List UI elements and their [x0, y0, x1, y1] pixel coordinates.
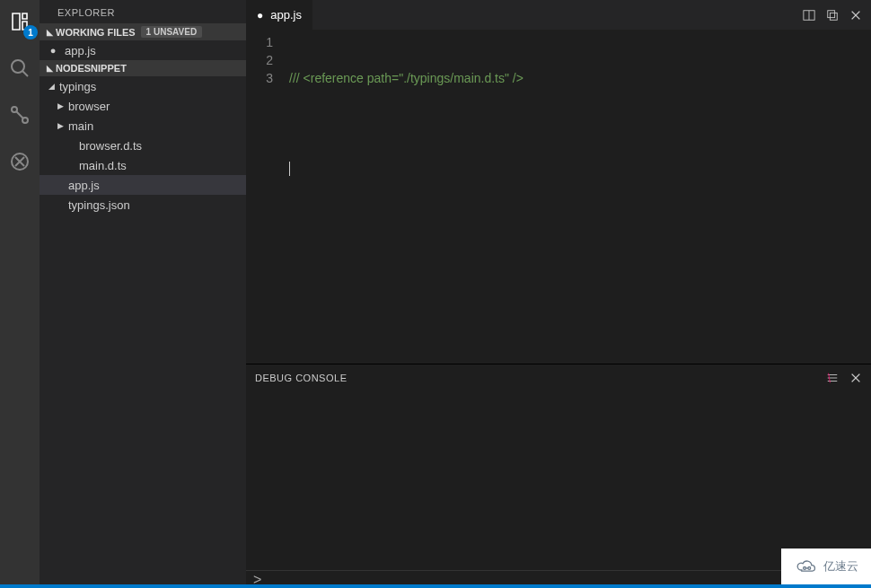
working-files-label: WORKING FILES: [56, 27, 136, 38]
svg-rect-7: [828, 10, 835, 17]
tree-label: typings: [59, 80, 96, 93]
chevron-down-icon: ◣: [45, 28, 54, 37]
working-files-header[interactable]: ◣ WORKING FILES 1 UNSAVED: [40, 23, 246, 40]
tab-actions: [803, 9, 871, 22]
svg-point-17: [803, 567, 805, 570]
chevron-right-icon: ▶: [56, 101, 65, 110]
panel-header: DEBUG CONSOLE: [246, 364, 871, 391]
project-label: NODESNIPPET: [56, 63, 127, 74]
more-actions-icon[interactable]: [826, 9, 839, 22]
tree-file-browser-dts[interactable]: browser.d.ts: [40, 136, 246, 155]
tree-label: app.js: [68, 179, 100, 192]
activity-bar: 1: [0, 0, 40, 588]
chevron-right-icon: ▶: [56, 121, 65, 130]
cloud-icon: [795, 557, 818, 575]
svg-point-18: [807, 567, 810, 570]
code-line: [289, 159, 871, 177]
tree-label: browser.d.ts: [79, 139, 142, 153]
line-number: 2: [246, 51, 273, 69]
sidebar: EXPLORER ◣ WORKING FILES 1 UNSAVED app.j…: [40, 0, 246, 588]
close-icon[interactable]: [849, 9, 862, 22]
line-number: 3: [246, 69, 273, 87]
chevron-down-icon: ◢: [47, 82, 56, 91]
working-file-item[interactable]: app.js: [40, 40, 246, 60]
dirty-indicator-icon: ●: [257, 9, 263, 22]
tree-file-appjs[interactable]: app.js: [40, 175, 246, 195]
clear-console-icon[interactable]: [826, 372, 839, 384]
tree-file-typingsjson[interactable]: typings.json: [40, 195, 246, 215]
tab-bar: ● app.js: [246, 0, 871, 30]
explorer-badge: 1: [23, 25, 38, 39]
svg-point-0: [12, 60, 24, 73]
split-editor-icon[interactable]: [803, 9, 815, 22]
tab-appjs[interactable]: ● app.js: [246, 0, 312, 30]
tree-file-main-dts[interactable]: main.d.ts: [40, 155, 246, 175]
svg-line-1: [22, 71, 28, 76]
code-content[interactable]: /// <reference path="./typings/main.d.ts…: [289, 30, 871, 364]
search-icon[interactable]: [5, 54, 34, 83]
explorer-icon[interactable]: 1: [5, 7, 34, 36]
svg-rect-8: [830, 13, 837, 20]
tree-folder-typings[interactable]: ◢ typings: [40, 76, 246, 96]
code-line: /// <reference path="./typings/main.d.ts…: [289, 69, 871, 87]
chevron-down-icon: ◣: [45, 64, 54, 73]
tree-label: browser: [68, 100, 110, 113]
unsaved-badge: 1 UNSAVED: [141, 26, 203, 38]
editor-area: ● app.js 1 2 3 /// <: [246, 0, 871, 588]
watermark-text: 亿速云: [823, 558, 858, 575]
tree-label: typings.json: [68, 198, 130, 212]
line-number: 1: [246, 33, 273, 51]
panel-body: [246, 391, 871, 570]
panel-title: DEBUG CONSOLE: [255, 373, 347, 383]
watermark: 亿速云: [781, 549, 871, 584]
line-gutter: 1 2 3: [246, 30, 289, 364]
debug-icon[interactable]: [5, 147, 34, 176]
tree-folder-main[interactable]: ▶ main: [40, 116, 246, 136]
debug-panel: DEBUG CONSOLE >: [246, 364, 871, 588]
tab-label: app.js: [270, 8, 302, 22]
working-file-label: app.js: [65, 44, 96, 57]
text-cursor: [289, 162, 290, 176]
tree-label: main.d.ts: [79, 159, 127, 172]
code-editor[interactable]: 1 2 3 /// <reference path="./typings/mai…: [246, 30, 871, 364]
status-bar: [0, 584, 871, 588]
sidebar-title: EXPLORER: [40, 0, 246, 23]
scm-icon[interactable]: [5, 101, 34, 129]
project-header[interactable]: ◣ NODESNIPPET: [40, 60, 246, 76]
tree-label: main: [68, 119, 93, 133]
close-panel-icon[interactable]: [849, 372, 862, 384]
tree-folder-browser[interactable]: ▶ browser: [40, 96, 246, 116]
